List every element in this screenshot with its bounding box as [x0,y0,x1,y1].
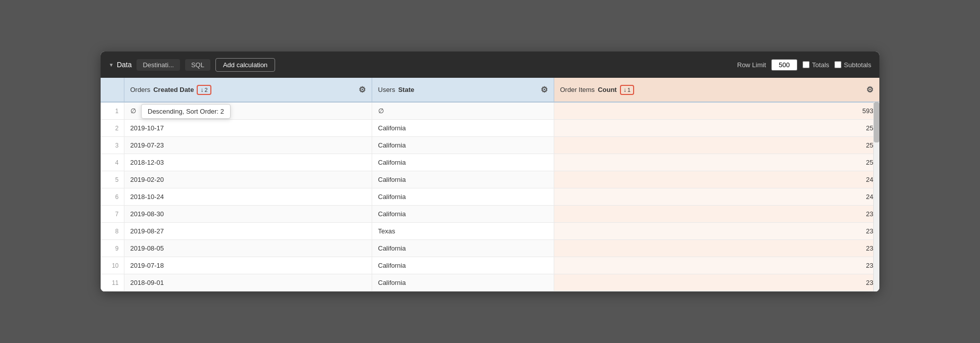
row-count: 24 [554,171,879,188]
row-num: 11 [101,274,124,291]
col-date-header[interactable]: Orders Created Date ↓2 ⚙ [124,78,372,102]
row-num: 3 [101,137,124,154]
count-sort-arrow: ↓ [623,86,627,93]
row-count: 23 [554,206,879,223]
date-bold: Created Date [153,86,194,93]
row-state: California [372,274,554,291]
date-sort-arrow: ↓ [200,86,203,93]
count-col-title: Order Items Count ↓1 [560,85,634,95]
row-count: 23 [554,257,879,274]
row-date: 2019-10-17 [124,120,372,137]
row-state: California [372,120,554,137]
row-count: 23 [554,274,879,291]
row-date: 2019-02-20 [124,171,372,188]
row-state: ∅ [372,102,554,120]
table-row: 8 2019-08-27 Texas 23 [101,223,879,240]
table-row: 2 2019-10-17 California 25 [101,120,879,137]
row-date: 2019-07-18 [124,257,372,274]
row-date: 2018-12-03 [124,154,372,171]
row-state: California [372,171,554,188]
count-header-inner: Order Items Count ↓1 ⚙ [554,78,880,102]
row-date: 2018-10-24 [124,188,372,206]
subtotals-checkbox-group[interactable]: Subtotals [834,61,871,69]
count-sort-num: 1 [628,87,631,93]
table-row: 5 2019-02-20 California 24 [101,171,879,188]
row-count: 25 [554,154,879,171]
row-state: California [372,240,554,257]
count-prefix: Order Items [560,86,595,93]
row-num: 8 [101,223,124,240]
state-col-title: Users State [378,86,415,93]
row-num: 6 [101,188,124,206]
row-state: California [372,137,554,154]
date-header-inner: Orders Created Date ↓2 ⚙ [124,78,372,102]
triangle-icon: ▼ [109,62,114,68]
row-num: 2 [101,120,124,137]
toolbar-left: ▼ Data Destinati... SQL Add calculation [109,58,731,72]
row-num: 4 [101,154,124,171]
row-num: 9 [101,240,124,257]
row-date: 2019-07-23 [124,137,372,154]
row-count: 25 [554,120,879,137]
tab-destination[interactable]: Destinati... [137,59,180,71]
table-row: 6 2018-10-24 California 24 [101,188,879,206]
row-limit-label: Row Limit [737,61,766,69]
date-sort-num: 2 [204,87,207,93]
col-count-header[interactable]: Order Items Count ↓1 ⚙ [554,78,879,102]
table-row: 11 2018-09-01 California 23 [101,274,879,291]
row-limit-input[interactable] [771,59,797,71]
row-state: California [372,257,554,274]
date-gear-icon[interactable]: ⚙ [359,85,366,94]
count-gear-icon[interactable]: ⚙ [866,85,873,94]
subtotals-checkbox[interactable] [834,61,841,68]
row-state: California [372,154,554,171]
data-label: Data [117,61,132,69]
tab-sql[interactable]: SQL [185,59,210,71]
scrollbar[interactable] [873,102,879,291]
row-num: 1 [101,102,124,120]
row-count: 23 [554,223,879,240]
table-row: 3 2019-07-23 California 25 [101,137,879,154]
row-state: California [372,206,554,223]
add-calculation-button[interactable]: Add calculation [215,58,275,72]
row-count: 593 [554,102,879,120]
row-date: 2019-08-05 [124,240,372,257]
scrollbar-thumb[interactable] [874,102,879,142]
row-date: 2019-08-27 [124,223,372,240]
date-prefix: Orders [130,86,151,93]
table-row: 7 2019-08-30 California 23 [101,206,879,223]
totals-checkbox-group[interactable]: Totals [803,61,829,69]
main-window: ▼ Data Destinati... SQL Add calculation … [101,52,879,291]
count-bold: Count [598,86,617,93]
state-bold: State [398,86,414,93]
state-prefix: Users [378,86,395,93]
row-num: 5 [101,171,124,188]
row-count: 23 [554,240,879,257]
row-date: 2019-08-30 [124,206,372,223]
data-section: ▼ Data [109,61,131,69]
sort-tooltip: Descending, Sort Order: 2 [141,104,231,119]
table-row: 10 2019-07-18 California 23 [101,257,879,274]
toolbar: ▼ Data Destinati... SQL Add calculation … [101,52,879,78]
row-count: 25 [554,137,879,154]
table-row: 4 2018-12-03 California 25 [101,154,879,171]
state-header-inner: Users State ⚙ [372,78,554,102]
col-state-header[interactable]: Users State ⚙ [372,78,554,102]
col-num-header [101,78,124,102]
row-state: Texas [372,223,554,240]
row-num: 7 [101,206,124,223]
row-count: 24 [554,188,879,206]
date-sort-badge: ↓2 [197,85,211,95]
date-col-title: Orders Created Date ↓2 [130,85,211,95]
row-num: 10 [101,257,124,274]
totals-checkbox[interactable] [803,61,810,68]
count-sort-badge: ↓1 [620,85,634,95]
toolbar-right: Row Limit Totals Subtotals [737,59,871,71]
row-date: 2018-09-01 [124,274,372,291]
table-row: 9 2019-08-05 California 23 [101,240,879,257]
row-state: California [372,188,554,206]
subtotals-label: Subtotals [844,61,871,69]
state-gear-icon[interactable]: ⚙ [541,85,548,94]
totals-label: Totals [812,61,829,69]
